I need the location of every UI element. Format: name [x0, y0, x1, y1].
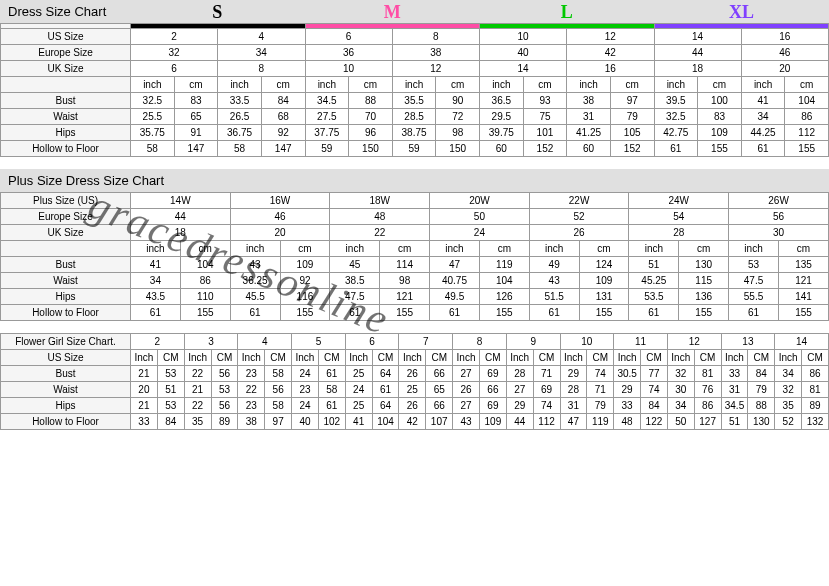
bust2-label: Bust	[1, 257, 131, 273]
dress-size-chart: Dress Size Chart S M L XL US Size2468101…	[0, 0, 829, 157]
uk-row: UK Size68101214161820	[1, 61, 829, 77]
table-cell: 30.5	[614, 366, 641, 382]
table-cell: 71	[587, 382, 614, 398]
table-cell: 71	[533, 366, 560, 382]
table-cell: 34	[667, 398, 694, 414]
table-cell: 22	[184, 398, 211, 414]
table-cell: 84	[748, 366, 775, 382]
table-cell: 58	[265, 366, 292, 382]
table-cell: 26	[453, 382, 480, 398]
table-cell: 61	[372, 382, 399, 398]
table-cell: 56	[265, 382, 292, 398]
table-cell: 43	[453, 414, 480, 430]
eu-label: Europe Size	[1, 45, 131, 61]
table-cell: 74	[641, 382, 668, 398]
table-cell: 69	[479, 366, 506, 382]
table-cell: 27	[453, 366, 480, 382]
table-cell: 24	[345, 382, 372, 398]
table-cell: 56	[211, 398, 238, 414]
table-cell: 81	[802, 382, 829, 398]
table-cell: 109	[479, 414, 506, 430]
table-cell: 53	[211, 382, 238, 398]
table-cell: 35	[184, 414, 211, 430]
plus-table: Plus Size (US)14W16W18W20W22W24W26W Euro…	[0, 192, 829, 321]
fg-htf-label: Hollow to Floor	[1, 414, 131, 430]
table-cell: 77	[641, 366, 668, 382]
table-cell: 51	[157, 382, 184, 398]
table-cell: 23	[292, 382, 319, 398]
table-cell: 25	[345, 398, 372, 414]
table-cell: 53	[157, 366, 184, 382]
table-cell: 58	[265, 398, 292, 414]
htf-row: Hollow to Floor5814758147591505915060152…	[1, 141, 829, 157]
hips-label: Hips	[1, 125, 131, 141]
table-cell: 31	[560, 398, 587, 414]
table-cell: 69	[479, 398, 506, 414]
table-cell: 127	[694, 414, 721, 430]
us-label: US Size	[1, 29, 131, 45]
table-cell: 33	[721, 366, 748, 382]
unit2-row: inchcminchcminchcminchcminchcminchcminch…	[1, 241, 829, 257]
uk2-label: UK Size	[1, 225, 131, 241]
plus-title: Plus Size Dress Size Chart	[0, 169, 829, 192]
fg-waist-row: Waist20512153225623582461256526662769287…	[1, 382, 829, 398]
table-cell: 31	[721, 382, 748, 398]
flower-girl-chart: Flower Girl Size Chart.23456789101112131…	[0, 333, 829, 430]
table-cell: 66	[426, 398, 453, 414]
table-cell: 84	[157, 414, 184, 430]
fg-hips-row: Hips215322562358246125642666276929743179…	[1, 398, 829, 414]
table-cell: 25	[399, 382, 426, 398]
table-cell: 30	[667, 382, 694, 398]
table-cell: 34.5	[721, 398, 748, 414]
table-cell: 40	[292, 414, 319, 430]
table-cell: 86	[694, 398, 721, 414]
dress-title: Dress Size Chart	[0, 0, 829, 23]
table-cell: 23	[238, 366, 265, 382]
eu2-row: Europe Size44464850525456	[1, 209, 829, 225]
table-cell: 23	[238, 398, 265, 414]
us-row: US Size246810121416	[1, 29, 829, 45]
dress-table: US Size246810121416 Europe Size323436384…	[0, 23, 829, 157]
waist2-row: Waist348636.259238.59840.751044310945.25…	[1, 273, 829, 289]
table-cell: 130	[748, 414, 775, 430]
eu-row: Europe Size3234363840424446	[1, 45, 829, 61]
table-cell: 53	[157, 398, 184, 414]
table-cell: 22	[184, 366, 211, 382]
fg-table: Flower Girl Size Chart.23456789101112131…	[0, 333, 829, 430]
table-cell: 33	[614, 398, 641, 414]
table-cell: 26	[399, 398, 426, 414]
table-cell: 33	[131, 414, 158, 430]
htf2-label: Hollow to Floor	[1, 305, 131, 321]
fg-hips-label: Hips	[1, 398, 131, 414]
bust-row: Bust32.58333.58434.58835.59036.593389739…	[1, 93, 829, 109]
table-cell: 24	[292, 398, 319, 414]
table-cell: 79	[587, 398, 614, 414]
plus-row: Plus Size (US)14W16W18W20W22W24W26W	[1, 193, 829, 209]
table-cell: 112	[533, 414, 560, 430]
waist2-label: Waist	[1, 273, 131, 289]
table-cell: 66	[479, 382, 506, 398]
table-cell: 24	[292, 366, 319, 382]
table-cell: 65	[426, 382, 453, 398]
table-cell: 42	[399, 414, 426, 430]
table-cell: 84	[641, 398, 668, 414]
table-cell: 20	[131, 382, 158, 398]
table-cell: 51	[721, 414, 748, 430]
unit-row: inchcminchcminchcminchcminchcminchcminch…	[1, 77, 829, 93]
hips2-row: Hips43.511045.511647.512149.512651.51315…	[1, 289, 829, 305]
table-cell: 35	[775, 398, 802, 414]
table-cell: 104	[372, 414, 399, 430]
waist-label: Waist	[1, 109, 131, 125]
uk2-row: UK Size18202224262830	[1, 225, 829, 241]
table-cell: 102	[318, 414, 345, 430]
table-cell: 58	[318, 382, 345, 398]
fg-bust-row: Bust215322562358246125642666276928712974…	[1, 366, 829, 382]
hips2-label: Hips	[1, 289, 131, 305]
table-cell: 66	[426, 366, 453, 382]
table-cell: 56	[211, 366, 238, 382]
table-cell: 74	[533, 398, 560, 414]
table-cell: 38	[238, 414, 265, 430]
table-cell: 47	[560, 414, 587, 430]
fg-waist-label: Waist	[1, 382, 131, 398]
plus-size-chart: Plus Size Dress Size Chart Plus Size (US…	[0, 169, 829, 321]
